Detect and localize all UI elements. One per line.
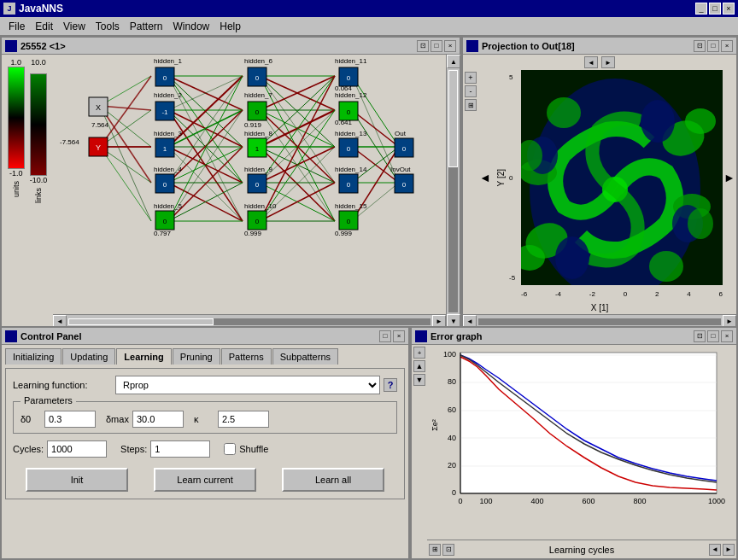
steps-label: Steps: (120, 444, 147, 454)
network-maximize-button[interactable]: □ (430, 40, 442, 52)
param-delta0-input[interactable] (44, 411, 96, 428)
svg-text:100: 100 (479, 497, 492, 505)
network-canvas[interactable]: X 7.564 Y -7.564 0 hidden_1 -1 (53, 55, 446, 314)
menu-pattern[interactable]: Pattern (125, 19, 168, 34)
error-bottom-controls: ⊞ ⊡ (429, 544, 454, 556)
x-tick-n2: -2 (589, 290, 595, 298)
svg-text:0: 0 (347, 74, 351, 82)
svg-text:hidden_13: hidden_13 (335, 130, 367, 137)
x-tick-n4: -4 (555, 290, 561, 298)
error-scroll-right[interactable]: ► (723, 544, 735, 556)
network-panel-title: 25552 <1> (20, 41, 66, 51)
x-tick-0: 0 (624, 290, 627, 298)
tab-patterns[interactable]: Patterns (221, 348, 272, 365)
units-gradient (8, 67, 25, 169)
projection-nav-left[interactable]: ◄ (584, 56, 598, 68)
scroll-up-btn[interactable]: ▲ (447, 55, 460, 68)
control-panel-title: Control Panel (20, 331, 82, 341)
scroll-thumb-h[interactable] (68, 318, 214, 325)
error-grid-icon[interactable]: ⊡ (442, 544, 454, 556)
error-scroll-left[interactable]: ◄ (709, 544, 721, 556)
svg-point-138 (649, 251, 683, 282)
steps-input[interactable] (150, 440, 210, 458)
help-icon[interactable]: ? (384, 378, 397, 392)
projection-panel: Projection to Out[18] ⊡ □ × ◄ ► (461, 36, 738, 326)
cycles-label: Cycles: (13, 444, 44, 454)
projection-content: ◄ ► + - ⊞ ◄ (463, 55, 736, 328)
control-maximize-button[interactable]: □ (379, 330, 391, 342)
svg-text:0: 0 (163, 74, 167, 82)
param-kappa-input[interactable] (218, 411, 269, 428)
control-content: Initializing Updating Learning Pruning P… (2, 345, 408, 558)
network-close-button[interactable]: × (444, 40, 456, 52)
svg-rect-150 (460, 353, 717, 493)
learn-all-button[interactable]: Learn all (282, 468, 384, 492)
svg-text:0.999: 0.999 (244, 230, 262, 237)
action-buttons-row: Init Learn current Learn all (13, 468, 397, 492)
reset-view-button[interactable]: ⊞ (465, 99, 477, 111)
chart-nav-right[interactable]: ► (723, 171, 736, 184)
menu-help[interactable]: Help (214, 19, 246, 34)
svg-text:Σe²: Σe² (430, 419, 439, 431)
error-scroll-up[interactable]: ▲ (413, 360, 425, 372)
error-bottom-nav: ◄ ► (709, 544, 735, 556)
error-zoom-in[interactable]: + (413, 347, 425, 359)
error-maximize-button[interactable]: □ (707, 330, 719, 342)
error-nav-icon[interactable]: ⊞ (429, 544, 441, 556)
minimize-button[interactable]: _ (695, 3, 707, 15)
tab-subpatterns[interactable]: Subpatterns (272, 348, 338, 365)
y-tick-0: 0 (509, 174, 521, 182)
network-pin-button[interactable]: ⊡ (417, 40, 429, 52)
zoom-in-button[interactable]: + (465, 72, 477, 84)
tab-pruning[interactable]: Pruning (173, 348, 220, 365)
error-bottom-bar: ⊞ ⊡ Learning cycles ◄ ► (427, 540, 736, 558)
top-row: 25552 <1> ⊡ □ × 1.0 -1.0 units (0, 36, 738, 326)
projection-nav-area: ◄ Y [2] 5 0 -5 (478, 70, 736, 285)
menu-view[interactable]: View (58, 19, 91, 34)
learning-tab-content: Learning function: Rprop ? Parameters δ0 (5, 368, 405, 499)
menu-file[interactable]: File (3, 19, 30, 34)
maximize-button[interactable]: □ (709, 3, 721, 15)
y-ticks: 5 0 -5 (509, 70, 521, 285)
chart-nav-left[interactable]: ◄ (478, 171, 492, 184)
param-deltamax: δmax (106, 411, 184, 428)
projection-nav-right[interactable]: ► (601, 56, 615, 68)
error-toolbar: + ▲ ▼ (412, 345, 427, 558)
tab-initializing[interactable]: Initializing (5, 348, 62, 365)
units-top-value: 1.0 (10, 58, 21, 67)
menu-window[interactable]: Window (168, 19, 215, 34)
scroll-thumb-v[interactable] (448, 70, 458, 167)
close-button[interactable]: × (723, 3, 735, 15)
error-chart-svg: 100 80 60 40 20 (430, 348, 733, 536)
scroll-track-h (68, 318, 430, 325)
menu-edit[interactable]: Edit (30, 19, 58, 34)
learn-current-button[interactable]: Learn current (154, 468, 256, 492)
projection-image-container (521, 70, 723, 285)
projection-close-button[interactable]: × (721, 40, 733, 52)
network-vscrollbar[interactable]: ▲ ▼ (446, 55, 460, 328)
zoom-out-button[interactable]: - (465, 85, 477, 97)
error-pin-button[interactable]: ⊡ (694, 330, 706, 342)
bottom-row: Control Panel □ × Initializing Updating … (0, 326, 738, 560)
error-scroll-down[interactable]: ▼ (413, 374, 425, 386)
projection-maximize-button[interactable]: □ (707, 40, 719, 52)
learning-function-select[interactable]: Rprop (115, 376, 380, 394)
tab-updating[interactable]: Updating (62, 348, 115, 365)
error-close-button[interactable]: × (721, 330, 733, 342)
svg-text:hidden_2: hidden_2 (154, 91, 182, 99)
learning-function-label: Learning function: (13, 380, 115, 390)
param-deltamax-input[interactable] (132, 411, 184, 428)
projection-pin-button[interactable]: ⊡ (694, 40, 706, 52)
init-button[interactable]: Init (26, 468, 128, 492)
error-main: 100 80 60 40 20 (427, 345, 736, 558)
cycles-input[interactable] (47, 440, 107, 458)
error-panel-title-bar: Error graph ⊡ □ × (412, 328, 736, 345)
shuffle-checkbox[interactable] (224, 443, 236, 455)
control-close-button[interactable]: × (393, 330, 405, 342)
svg-text:0.999: 0.999 (335, 230, 353, 237)
menu-tools[interactable]: Tools (91, 19, 125, 34)
tab-learning[interactable]: Learning (116, 348, 171, 365)
svg-text:hidden_14: hidden_14 (335, 166, 367, 173)
control-icon (5, 330, 17, 342)
svg-point-149 (688, 208, 713, 239)
